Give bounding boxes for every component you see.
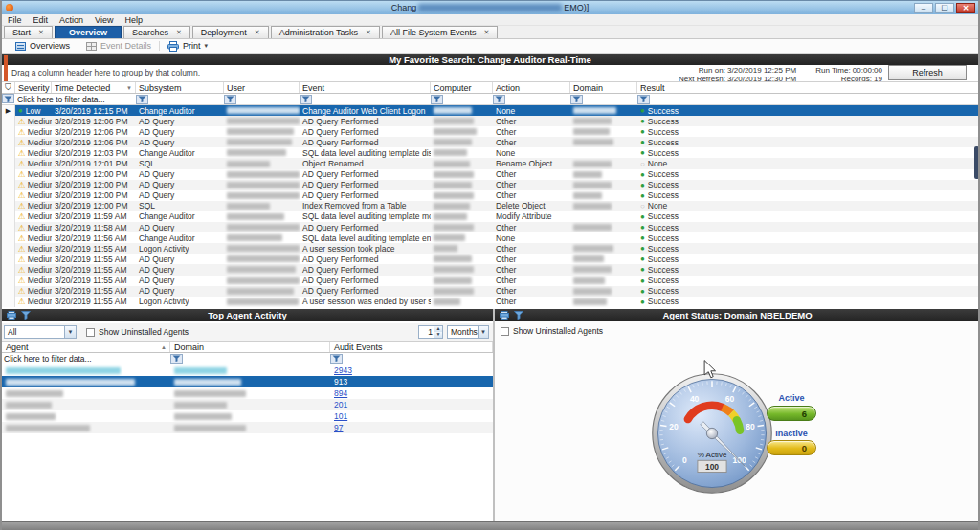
filter-button[interactable] — [136, 95, 148, 104]
agent-row[interactable]: 894 — [2, 387, 493, 399]
tab-searches[interactable]: Searches✕ — [123, 26, 190, 38]
filter-button[interactable] — [330, 354, 343, 364]
tab-overview[interactable]: Overview — [55, 26, 122, 38]
column-header-severity[interactable]: Severity — [15, 82, 52, 93]
audit-events-link[interactable]: 101 — [334, 411, 347, 421]
tab-administration-tasks[interactable]: Administration Tasks✕ — [271, 26, 380, 38]
agent-column-filter-cell[interactable] — [330, 353, 493, 364]
audit-events-link[interactable]: 894 — [334, 388, 347, 398]
column-header-time-detected[interactable]: Time Detected▼ — [52, 82, 136, 93]
audit-events-link[interactable]: 97 — [334, 423, 343, 432]
minimize-button[interactable]: – — [914, 3, 933, 13]
agent-column-header-agent[interactable]: Agent▲ — [2, 342, 170, 352]
event-row[interactable]: ⚠Medium3/20/2019 12:06 PMAD QueryAD Quer… — [2, 137, 980, 147]
menu-item-edit[interactable]: Edit — [33, 15, 49, 25]
event-details-button[interactable]: Event Details — [78, 41, 159, 51]
show-uninstalled-checkbox[interactable] — [501, 327, 509, 336]
active-count-pill[interactable]: 6 — [767, 406, 816, 421]
event-row[interactable]: ⚠Medium3/20/2019 12:00 PMSQLIndex Remove… — [2, 201, 980, 211]
close-tab-icon[interactable]: ✕ — [38, 29, 44, 36]
filter-button[interactable] — [431, 95, 443, 104]
column-header-result[interactable]: Result — [637, 82, 980, 93]
event-row[interactable]: ⚠Medium3/20/2019 11:55 AMLogon ActivityA… — [2, 297, 980, 307]
event-row[interactable]: ⚠Medium3/20/2019 11:58 AMAD QueryAD Quer… — [2, 222, 980, 232]
event-row[interactable]: ⚠Medium3/20/2019 11:55 AMAD QueryAD Quer… — [2, 264, 980, 275]
overviews-button[interactable]: Overviews — [8, 41, 78, 51]
column-header-action[interactable]: Action — [493, 82, 570, 93]
event-row[interactable]: ⚠Medium3/20/2019 12:06 PMAD QueryAD Quer… — [2, 126, 980, 137]
show-uninstalled-checkbox[interactable] — [86, 328, 95, 337]
event-row[interactable]: ⚠Medium3/20/2019 12:00 PMAD QueryAD Quer… — [2, 169, 980, 180]
filter-button[interactable] — [493, 95, 505, 104]
column-header-event[interactable]: Event — [300, 82, 431, 93]
audit-events-link[interactable]: 2943 — [334, 365, 352, 375]
column-filter-cell[interactable] — [570, 94, 637, 104]
audit-events-link[interactable]: 201 — [334, 400, 347, 409]
close-tab-icon[interactable]: ✕ — [176, 29, 182, 36]
close-tab-icon[interactable]: ✕ — [484, 29, 490, 36]
close-button[interactable]: ✕ — [956, 3, 975, 13]
event-row[interactable]: ⚠Medium3/20/2019 12:00 PMAD QueryAD Quer… — [2, 190, 980, 201]
event-grid-filter-row[interactable]: Click here to filter data... — [2, 94, 980, 105]
event-row[interactable]: ⚠Medium3/20/2019 12:03 PMChange AuditorS… — [2, 147, 980, 158]
agent-column-filter-cell[interactable] — [170, 353, 330, 364]
period-value-spinner[interactable]: 1 ▲▼ — [418, 325, 443, 339]
filter-panel-icon[interactable] — [514, 311, 523, 320]
event-row[interactable]: ▶●Low3/20/2019 12:15 PMChange AuditorCha… — [2, 105, 980, 116]
agent-row[interactable]: 97 — [2, 422, 493, 433]
spinner-arrows[interactable]: ▲▼ — [434, 326, 442, 338]
column-filter-cell[interactable] — [637, 94, 980, 104]
agent-column-header-audit-events[interactable]: Audit Events — [330, 342, 493, 352]
filter-button[interactable] — [637, 95, 650, 104]
filter-button[interactable] — [170, 354, 183, 364]
event-row[interactable]: ⚠Medium3/20/2019 12:00 PMAD QueryAD Quer… — [2, 180, 980, 190]
close-tab-icon[interactable]: ✕ — [366, 29, 371, 36]
column-filter-cell[interactable] — [300, 94, 431, 104]
event-row[interactable]: ⚠Medium3/20/2019 11:55 AMAD QueryAD Quer… — [2, 286, 980, 297]
column-header-computer[interactable]: Computer — [431, 82, 493, 93]
refresh-button[interactable]: Refresh — [888, 65, 967, 80]
menu-item-view[interactable]: View — [95, 15, 113, 25]
print-panel-icon[interactable] — [7, 311, 16, 320]
menu-item-help[interactable]: Help — [124, 15, 143, 25]
vertical-scrollbar-thumb[interactable] — [974, 146, 979, 179]
filter-hint-text[interactable]: Click here to filter data... — [15, 94, 136, 104]
agent-grid-filter-row[interactable]: Click here to filter data... — [2, 353, 493, 364]
period-unit-dropdown[interactable]: Months ▼ — [447, 325, 489, 339]
audit-events-link[interactable]: 913 — [334, 377, 347, 386]
filter-button[interactable] — [224, 95, 236, 104]
agent-row[interactable]: 2943 — [2, 364, 493, 376]
event-row[interactable]: ⚠Medium3/20/2019 11:59 AMChange AuditorS… — [2, 211, 980, 222]
column-header-domain[interactable]: Domain — [570, 82, 637, 93]
agent-row[interactable]: 201 — [2, 399, 493, 410]
agent-row[interactable]: 913 — [2, 376, 493, 387]
filter-panel-icon[interactable] — [21, 311, 31, 320]
tab-all-file-system-events[interactable]: All File System Events✕ — [382, 26, 498, 38]
filter-button[interactable] — [300, 95, 312, 104]
print-button[interactable]: Print ▾ — [160, 41, 215, 52]
column-filter-cell[interactable] — [493, 94, 570, 104]
agent-filter-dropdown[interactable]: All ▼ — [4, 325, 77, 339]
tab-deployment[interactable]: Deployment✕ — [192, 26, 269, 38]
menu-item-file[interactable]: File — [8, 15, 22, 25]
column-header-subsystem[interactable]: Subsystem — [136, 82, 224, 93]
tab-start[interactable]: Start✕ — [4, 26, 53, 38]
menu-item-action[interactable]: Action — [59, 15, 83, 25]
column-header-user[interactable]: User — [224, 82, 300, 93]
event-row[interactable]: ⚠Medium3/20/2019 11:55 AMAD QueryAD Quer… — [2, 254, 980, 264]
column-filter-cell[interactable] — [431, 94, 493, 104]
filter-button[interactable] — [570, 95, 583, 104]
event-row[interactable]: ⚠Medium3/20/2019 11:56 AMChange AuditorS… — [2, 232, 980, 243]
maximize-button[interactable]: ☐ — [935, 3, 954, 13]
event-row[interactable]: ⚠Medium3/20/2019 12:01 PMSQLObject Renam… — [2, 158, 980, 168]
event-row[interactable]: ⚠Medium3/20/2019 11:55 AMLogon ActivityA… — [2, 243, 980, 254]
print-panel-icon[interactable] — [500, 311, 509, 320]
close-tab-icon[interactable]: ✕ — [255, 29, 260, 36]
column-filter-cell[interactable] — [224, 94, 300, 104]
column-filter-cell[interactable] — [136, 94, 224, 104]
event-row[interactable]: ⚠Medium3/20/2019 12:06 PMAD QueryAD Quer… — [2, 116, 980, 126]
event-row[interactable]: ⚠Medium3/20/2019 11:55 AMAD QueryAD Quer… — [2, 276, 980, 286]
inactive-count-pill[interactable]: 0 — [767, 440, 816, 455]
filter-hint-text[interactable]: Click here to filter data... — [2, 353, 170, 364]
agent-column-header-domain[interactable]: Domain — [170, 342, 330, 352]
